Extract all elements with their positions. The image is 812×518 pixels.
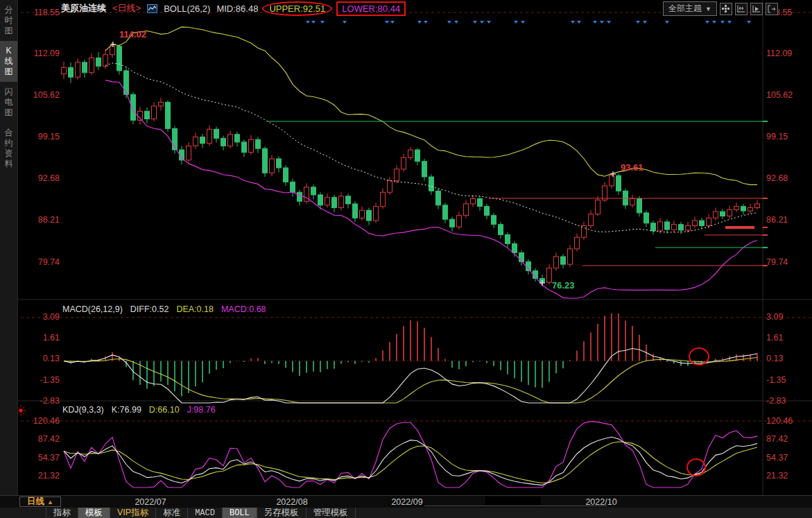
- price-axis-label-l: 99.15: [19, 132, 60, 141]
- kdj-header: KDJ(9,3,3) K:76.99 D:66.10 J:98.76: [62, 405, 216, 415]
- tab-6[interactable]: 另存模板: [257, 508, 306, 518]
- macd-title: MACD(26,12,9): [62, 304, 123, 314]
- price-axis-label-l: 92.68: [19, 174, 60, 183]
- expand-axis-icon[interactable]: [750, 3, 763, 15]
- symbol-title: 美原油连续: [61, 2, 106, 15]
- boll-mid-value: MID:86.48: [216, 3, 258, 14]
- price-axis-label-l: 79.74: [19, 258, 60, 267]
- exit-icon[interactable]: [766, 3, 778, 15]
- theme-dropdown[interactable]: 全部主题 ▼: [663, 1, 717, 16]
- chart-header: 美原油连续 <日线> BOLL(26,2) MID:86.48 UPPER:92…: [61, 2, 406, 15]
- price-axis-label-l: 86.21: [19, 216, 60, 225]
- date-label-1: 2022/08: [276, 497, 307, 507]
- macd-diff-value: DIFF:0.52: [130, 304, 169, 314]
- price-axis-label-r: 112.09: [766, 49, 792, 58]
- tab-5[interactable]: BOLL: [222, 508, 257, 518]
- macd-axis-label-r: 3.09: [766, 313, 783, 322]
- price-axis-label-l: 112.09: [19, 49, 60, 58]
- kdj-title: KDJ(9,3,3): [62, 405, 104, 415]
- sidebar-item-1[interactable]: K线图: [0, 41, 17, 82]
- price-marker-low: 76.23: [552, 280, 575, 291]
- kdj-j-value: J:98.76: [187, 405, 216, 415]
- kline-icon: [147, 4, 157, 13]
- price-marker-high2: 93.61: [621, 162, 643, 173]
- macd-axis-label-r: -1.35: [766, 376, 786, 385]
- date-label-0: 2022/07: [135, 497, 166, 507]
- tab-2[interactable]: VIP指标: [110, 508, 155, 518]
- macd-axis-label-r: 1.61: [766, 334, 783, 343]
- tab-3[interactable]: 标准: [155, 508, 187, 518]
- price-axis-label-r: 92.68: [766, 174, 788, 183]
- tab-4[interactable]: MACD: [187, 508, 222, 518]
- macd-axis-label-l: -1.35: [19, 376, 60, 385]
- bottom-tabbar: 指标模板VIP指标标准MACDBOLL另存模板管理模板: [0, 508, 812, 518]
- scrollbar-track[interactable]: [424, 506, 607, 506]
- app-window: { "header": { "symbol": "美原油连续", "period…: [0, 0, 812, 518]
- header-controls: 全部主题 ▼: [663, 1, 778, 16]
- kdj-k-value: K:76.99: [112, 405, 141, 415]
- chevron-down-icon: ▼: [705, 6, 711, 12]
- sidebar-item-2[interactable]: 闪电图: [0, 82, 17, 123]
- macd-axis-label-l: 3.09: [19, 313, 60, 322]
- period-selector[interactable]: 日线 ▲: [19, 497, 61, 507]
- up-triangle-icon: ▲: [47, 499, 53, 506]
- macd-axis-label-l: -2.83: [19, 397, 60, 406]
- date-label-3: 2022/10: [585, 497, 616, 507]
- kdj-axis-label-r: 120.46: [766, 417, 793, 426]
- macd-header: MACD(26,12,9) DIFF:0.52 DEA:0.18 MACD:0.…: [62, 304, 266, 314]
- macd-axis-label-l: 0.13: [19, 354, 60, 363]
- indicator-name: BOLL(26,2): [164, 3, 210, 14]
- sidebar-item-0[interactable]: 分时图: [0, 0, 17, 41]
- price-axis-label-l: 118.55: [19, 8, 60, 17]
- kdj-axis-label-l: 120.46: [19, 417, 60, 426]
- macd-axis-label-r: 0.13: [766, 354, 783, 363]
- price-marker-high1: 114.02: [119, 29, 146, 40]
- period-label: 日线: [27, 496, 44, 508]
- theme-dropdown-label: 全部主题: [668, 3, 702, 15]
- boll-lower-value: LOWER:80.44: [336, 1, 406, 16]
- boll-upper-value: UPPER:92.51: [262, 1, 332, 16]
- tab-1[interactable]: 模板: [78, 508, 110, 518]
- kdj-axis-label-r: 54.37: [766, 454, 788, 463]
- price-axis-label-r: 86.21: [766, 216, 788, 225]
- macd-macd-value: MACD:0.68: [221, 304, 266, 314]
- kdj-axis-label-l: 54.37: [19, 454, 60, 463]
- price-axis-label-r: 105.62: [766, 91, 793, 100]
- left-sidebar: 分时图K线图闪电图合约资料: [0, 0, 18, 495]
- scrollbar-thumb[interactable]: [485, 497, 541, 505]
- chart-canvas[interactable]: [0, 0, 812, 495]
- price-axis-label-r: 99.15: [766, 132, 788, 141]
- tab-0[interactable]: 指标: [46, 508, 78, 518]
- macd-dea-value: DEA:0.18: [176, 304, 214, 314]
- kdj-axis-label-r: 87.42: [766, 435, 788, 444]
- compress-axis-icon[interactable]: [735, 3, 748, 15]
- kdj-axis-label-l: 87.42: [19, 435, 60, 444]
- price-axis-label-l: 105.62: [19, 91, 60, 100]
- kdj-d-value: D:66.10: [149, 405, 180, 415]
- kdj-axis-label-r: 21.32: [766, 472, 788, 481]
- macd-axis-label-r: -2.83: [766, 397, 786, 406]
- period-tag: <日线>: [112, 2, 141, 15]
- date-label-2: 2022/09: [391, 497, 422, 507]
- crosshair-icon[interactable]: [720, 3, 732, 15]
- macd-axis-label-l: 1.61: [19, 334, 60, 343]
- sidebar-item-3[interactable]: 合约资料: [0, 123, 17, 174]
- price-axis-label-r: 79.74: [766, 258, 788, 267]
- kdj-axis-label-l: 21.32: [19, 472, 60, 481]
- tab-7[interactable]: 管理模板: [306, 508, 356, 518]
